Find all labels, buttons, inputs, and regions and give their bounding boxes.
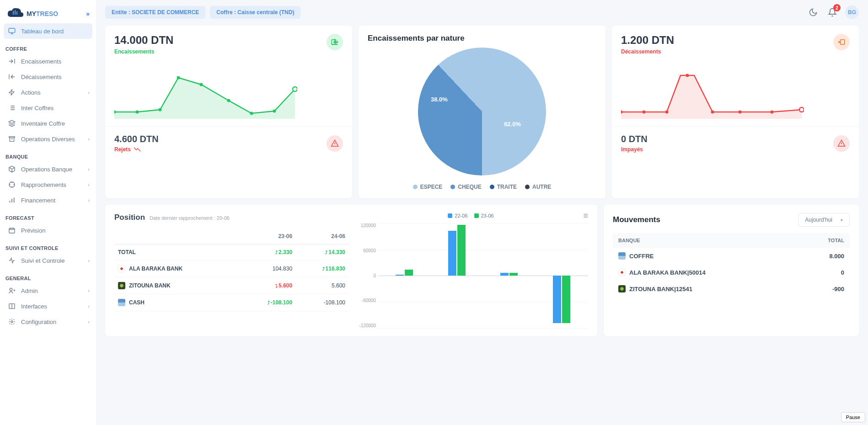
svg-rect-1 — [15, 10, 16, 15]
sidebar-toggle[interactable]: » — [86, 10, 90, 17]
chevron-right-icon: › — [88, 197, 90, 203]
svg-point-9 — [11, 321, 13, 323]
sidebar-item-op-diverses[interactable]: Operations Diverses› — [0, 131, 96, 147]
chevron-right-icon: › — [88, 182, 90, 187]
mouvement-row[interactable]: COFFRE8.000 — [613, 248, 850, 264]
sidebar-item-actions[interactable]: Actions› — [0, 85, 96, 100]
section-label: BANQUE — [0, 147, 96, 161]
sidebar-item-inter-coffres[interactable]: Inter Coffres — [0, 100, 96, 116]
svg-rect-2 — [16, 11, 17, 15]
sidebar-item-label: Inventaire Coffre — [21, 120, 65, 127]
decaissements-card: 1.200 DTN Décaissements 0 DTN Impayés — [612, 26, 859, 198]
svg-point-12 — [136, 111, 139, 114]
sidebar-item-config[interactable]: Configuration› — [0, 314, 96, 329]
pie-title: Encaissements par nature — [368, 34, 596, 43]
mouvements-header-row: BANQUETOTAL — [613, 233, 850, 248]
decaissements-value: 1.200 DTN — [621, 34, 674, 47]
sidebar-item-decaissements[interactable]: Décaissements — [0, 69, 96, 85]
pie-pct-espece: 62.0% — [504, 121, 521, 128]
chevron-right-icon: › — [88, 288, 90, 293]
logo-text-2: TRESO — [36, 10, 58, 17]
avatar[interactable]: BG — [845, 5, 859, 19]
table-row[interactable]: TOTAL2.33014.330 — [114, 244, 349, 260]
svg-point-24 — [686, 74, 689, 77]
svg-point-22 — [643, 111, 646, 114]
sidebar-item-admin[interactable]: Admin› — [0, 283, 96, 298]
sidebar-item-label: Inter Coffres — [21, 105, 54, 112]
decaissements-action[interactable] — [833, 34, 850, 50]
sidebar-item-encaissements[interactable]: Encaissements — [0, 53, 96, 69]
svg-point-13 — [159, 108, 162, 112]
sidebar-item-interfaces[interactable]: Interfaces› — [0, 298, 96, 314]
sidebar-item-suivi[interactable]: Suivi et Controle› — [0, 253, 96, 268]
sidebar-item-inventaire[interactable]: Inventaire Coffre — [0, 116, 96, 131]
svg-point-15 — [200, 83, 203, 86]
target-icon — [8, 181, 16, 188]
main-content: Entite : SOCIETE DE COMMERCE Coffre : Ca… — [96, 0, 868, 425]
encaissements-sparkline — [114, 64, 297, 119]
gear-icon — [8, 318, 16, 325]
bars-icon — [8, 197, 16, 204]
impayes-label: Impayés — [621, 146, 648, 153]
sidebar-item-label: Suivi et Controle — [21, 257, 64, 264]
bar-legend: 22-06 23-06 — [354, 213, 588, 218]
sidebar-item-label: Configuration — [21, 319, 56, 325]
svg-point-19 — [293, 87, 297, 91]
notification-badge: 2 — [833, 4, 841, 11]
pie-pct-cheque: 38.0% — [431, 96, 448, 103]
chart-menu-icon[interactable]: ≡ — [583, 211, 588, 221]
sidebar-item-label: Operations Banque — [21, 166, 72, 173]
table-row[interactable]: CASH-108.100-108.100 — [114, 294, 349, 311]
impayes-warning-icon[interactable] — [833, 135, 850, 152]
mouvements-title: Mouvements — [613, 215, 660, 224]
svg-point-16 — [227, 99, 230, 102]
bar-group — [448, 223, 466, 328]
bar-group — [500, 223, 519, 328]
svg-point-28 — [799, 107, 804, 112]
table-row[interactable]: ALA BARAKA BANK104.830116.830 — [114, 260, 349, 277]
svg-point-17 — [250, 112, 253, 115]
calendar-icon — [8, 227, 16, 234]
sidebar-item-prevision[interactable]: Prévision — [0, 223, 96, 238]
sidebar-item-label: Rapprochements — [21, 181, 66, 188]
sidebar-item-financement[interactable]: Financement› — [0, 192, 96, 208]
archive-icon — [8, 135, 16, 143]
chevron-right-icon: › — [88, 166, 90, 172]
decaissements-sparkline — [621, 64, 804, 119]
bolt-icon — [8, 89, 16, 96]
pie-legend: ESPECE CHEQUE TRAITE AUTRE — [413, 184, 552, 190]
encaissements-action[interactable] — [327, 34, 343, 50]
mouvement-row[interactable]: ALA BARAKA BANK|500140 — [613, 264, 850, 281]
cube-icon — [8, 165, 16, 173]
chevron-right-icon: › — [88, 90, 90, 95]
sidebar-item-op-banque[interactable]: Operations Banque› — [0, 161, 96, 177]
pie-card: Encaissements par nature 38.0% 62.0% ESP… — [359, 26, 605, 198]
coffre-tag[interactable]: Coffre : Caisse centrale (TND) — [210, 6, 300, 19]
mouvement-row[interactable]: ZITOUNA BANK|12541-900 — [613, 281, 850, 297]
header: Entite : SOCIETE DE COMMERCE Coffre : Ca… — [105, 5, 859, 19]
columns-icon — [8, 303, 16, 310]
pause-button[interactable]: Pause — [841, 412, 865, 422]
section-label: FORECAST — [0, 208, 96, 223]
list-icon — [8, 104, 16, 112]
notifications-button[interactable]: 2 — [826, 6, 839, 19]
table-row[interactable]: ZITOUNA BANK5.6005.600 — [114, 277, 349, 294]
sidebar-item-label: Prévision — [21, 227, 45, 234]
arrow-in-icon — [8, 58, 16, 65]
sidebar-item-label: Tableau de bord — [21, 28, 64, 35]
position-card: Position Date dernier rapprochement : 20… — [105, 205, 597, 336]
svg-point-7 — [10, 288, 12, 291]
bar-group — [396, 223, 414, 328]
position-table: 23-06 24-06 TOTAL2.33014.330ALA BARAKA B… — [114, 228, 349, 311]
sidebar-item-label: Encaissements — [21, 58, 61, 65]
sidebar-item-rapprochements[interactable]: Rapprochements› — [0, 177, 96, 192]
position-bar-chart: 120000600000-60000-120000 — [354, 223, 588, 328]
entity-tag[interactable]: Entite : SOCIETE DE COMMERCE — [105, 6, 205, 19]
theme-toggle[interactable] — [807, 6, 820, 19]
mouvements-period-dropdown[interactable]: Aujourd'hui▾ — [798, 213, 850, 227]
rejets-warning-icon[interactable] — [327, 135, 343, 152]
sidebar-item-dashboard[interactable]: Tableau de bord — [4, 23, 92, 39]
logo: MYTRESO — [6, 7, 58, 21]
position-subtitle: Date dernier rapprochement : 20-06 — [150, 215, 230, 221]
svg-point-23 — [665, 111, 669, 114]
